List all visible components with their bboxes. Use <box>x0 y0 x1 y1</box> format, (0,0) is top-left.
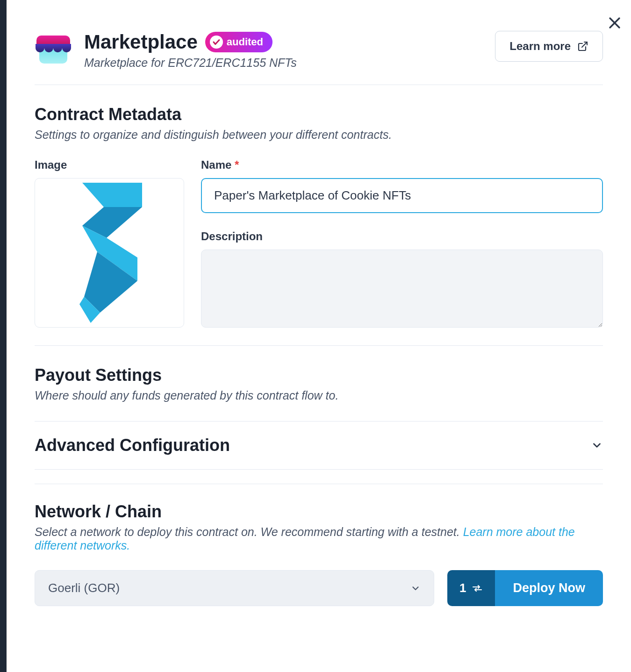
advanced-configuration-toggle[interactable]: Advanced Configuration <box>35 422 603 470</box>
marketplace-icon <box>35 31 72 68</box>
svg-marker-3 <box>82 183 142 207</box>
close-button[interactable] <box>607 15 623 33</box>
chevron-down-icon <box>410 583 421 593</box>
deploy-contract-modal: Marketplace audited Marketplace for ERC7… <box>7 0 631 625</box>
learn-more-button[interactable]: Learn more <box>495 31 603 62</box>
name-label: Name * <box>201 158 603 172</box>
deploy-button-group: 1 Deploy Now <box>447 570 603 606</box>
learn-more-label: Learn more <box>509 40 571 53</box>
uploaded-image-logo <box>72 183 147 323</box>
network-selected-label: Goerli (GOR) <box>48 581 120 595</box>
contract-metadata-section: Contract Metadata Settings to organize a… <box>35 85 603 346</box>
required-indicator: * <box>235 158 239 171</box>
network-title: Network / Chain <box>35 502 603 522</box>
payout-title: Payout Settings <box>35 365 603 385</box>
name-input[interactable] <box>201 178 603 213</box>
payout-desc: Where should any funds generated by this… <box>35 389 603 402</box>
description-textarea[interactable] <box>201 250 603 328</box>
external-link-icon <box>577 41 588 52</box>
metadata-title: Contract Metadata <box>35 105 603 124</box>
metadata-desc: Settings to organize and distinguish bet… <box>35 128 603 142</box>
description-label: Description <box>201 230 603 243</box>
deploy-now-button[interactable]: Deploy Now <box>495 570 603 606</box>
audited-label: audited <box>227 36 263 48</box>
transaction-count-badge[interactable]: 1 <box>447 570 495 606</box>
svg-line-2 <box>582 42 587 47</box>
page-title: Marketplace <box>84 31 198 53</box>
close-icon <box>607 15 623 31</box>
modal-header: Marketplace audited Marketplace for ERC7… <box>35 0 603 85</box>
swap-icon <box>472 583 483 594</box>
network-chain-section: Network / Chain Select a network to depl… <box>35 484 603 606</box>
network-desc: Select a network to deploy this contract… <box>35 525 603 552</box>
tx-count-value: 1 <box>459 581 466 595</box>
advanced-title: Advanced Configuration <box>35 436 230 455</box>
audited-badge: audited <box>205 32 272 52</box>
payout-settings-section: Payout Settings Where should any funds g… <box>35 346 603 422</box>
network-select[interactable]: Goerli (GOR) <box>35 570 434 606</box>
image-upload-box[interactable] <box>35 178 184 328</box>
page-subtitle: Marketplace for ERC721/ERC1155 NFTs <box>84 56 483 70</box>
image-label: Image <box>35 158 184 172</box>
check-icon <box>210 36 223 49</box>
chevron-down-icon <box>591 439 603 451</box>
left-sidebar-edge <box>0 0 7 672</box>
